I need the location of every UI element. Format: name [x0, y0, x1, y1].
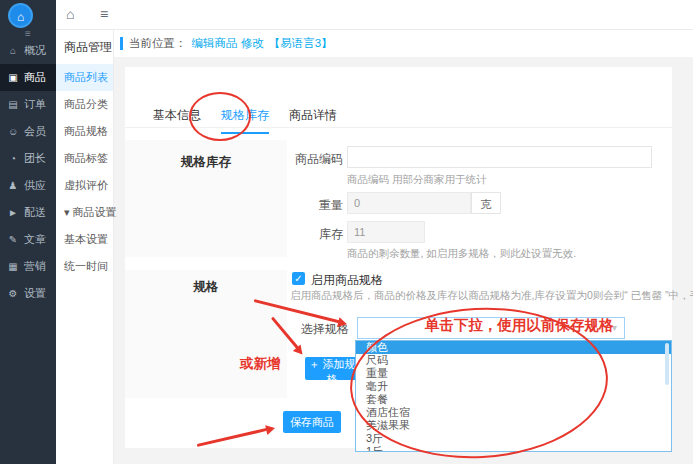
enable-spec-label: 启用商品规格	[311, 272, 383, 289]
section-label-spec-stock: 规格库存	[125, 140, 287, 257]
sidebar-item-label: 配送	[24, 205, 46, 220]
sidebar-item-label: 概况	[24, 43, 46, 58]
edit-product-card: 基本信息 规格库存 商品详情 规格库存 商品编码 商品编码 用部分商家用于统计 …	[125, 67, 672, 448]
weight-input[interactable]	[347, 192, 471, 214]
delivery-icon: ►	[7, 207, 19, 218]
product-code-label: 商品编码	[271, 151, 343, 168]
submenu-item-virtual-review[interactable]: 虚拟评价	[56, 172, 113, 199]
sidebar-item-label: 订单	[24, 97, 46, 112]
enable-spec-checkbox[interactable]: ✓	[292, 272, 305, 285]
add-spec-button[interactable]: ＋ 添加规格	[305, 357, 359, 380]
weight-label: 重量	[271, 197, 343, 214]
submenu-title: 商品管理 «	[56, 30, 113, 64]
sidebar-item-overview[interactable]: ⌂概况	[0, 37, 56, 64]
breadcrumb-link-edit-product[interactable]: 编辑商品 修改	[192, 36, 264, 51]
dropdown-option-combo[interactable]: 套餐	[356, 393, 671, 406]
save-product-button[interactable]: 保存商品	[283, 411, 341, 433]
sidebar-item-supply[interactable]: ♟供应	[0, 172, 56, 199]
sidebar-item-label: 设置	[24, 286, 46, 301]
dropdown-option-1jin[interactable]: 1斤	[356, 445, 671, 452]
breadcrumb-link-product-name[interactable]: 【易语言3】	[269, 36, 333, 51]
sidebar-item-members[interactable]: ☺会员	[0, 118, 56, 145]
admin-app: ⌂ ≡ ⌂概况 ▣商品 ▤订单 ☺会员 ◔团长 ♟供应 ►配送 ✎文章 ▦营销 …	[0, 0, 693, 464]
sidebar-item-marketing[interactable]: ▦营销	[0, 253, 56, 280]
dropdown-scrollbar[interactable]	[665, 343, 669, 385]
stock-input[interactable]	[347, 221, 425, 243]
dropdown-option-color[interactable]: 颜色	[356, 341, 671, 354]
submenu-item-goods-spec[interactable]: 商品规格	[56, 118, 113, 145]
weight-unit: 克	[471, 192, 501, 214]
sidebar-item-label: 会员	[24, 124, 46, 139]
home-icon[interactable]: ⌂	[66, 6, 74, 22]
supply-icon: ♟	[7, 180, 19, 191]
members-icon: ☺	[7, 126, 19, 137]
tab-bar: 基本信息 规格库存 商品详情	[153, 107, 337, 134]
group-leader-icon: ◔	[7, 153, 19, 164]
hamburger-icon[interactable]: ≡	[100, 6, 108, 22]
submenu-item-goods-category[interactable]: 商品分类	[56, 91, 113, 118]
app-logo[interactable]: ⌂	[8, 3, 33, 28]
product-code-input[interactable]	[347, 146, 652, 168]
sidebar-item-label: 商品	[24, 70, 46, 85]
enable-spec-help: 启用商品规格后，商品的价格及库存以商品规格为准,库存设置为0则会到“ 已售罄 ”…	[290, 289, 693, 303]
breadcrumb-prefix: 当前位置：	[129, 36, 187, 51]
section-label-spec: 规格	[125, 270, 287, 398]
submenu-item-goods-tags[interactable]: 商品标签	[56, 145, 113, 172]
submenu-item-unified-time[interactable]: 统一时间	[56, 253, 113, 280]
sidebar-item-goods[interactable]: ▣商品	[0, 64, 56, 91]
tab-basic-info[interactable]: 基本信息	[153, 107, 201, 134]
dropdown-option-weight[interactable]: 重量	[356, 367, 671, 380]
spec-select[interactable]: ▾	[357, 317, 625, 339]
primary-nav-list: ⌂概况 ▣商品 ▤订单 ☺会员 ◔团长 ♟供应 ►配送 ✎文章 ▦营销 ⚙设置	[0, 37, 56, 307]
sidebar-item-settings[interactable]: ⚙设置	[0, 280, 56, 307]
primary-sidebar: ⌂ ≡ ⌂概况 ▣商品 ▤订单 ☺会员 ◔团长 ♟供应 ►配送 ✎文章 ▦营销 …	[0, 0, 56, 464]
breadcrumb-accent-bar	[120, 37, 123, 50]
select-caret-icon: ▾	[612, 322, 617, 333]
logo-home-icon: ⌂	[17, 10, 24, 24]
stock-label: 库存	[271, 226, 343, 243]
overview-icon: ⌂	[7, 45, 19, 56]
sidebar-item-orders[interactable]: ▤订单	[0, 91, 56, 118]
top-header: ⌂ ≡	[56, 0, 693, 30]
dropdown-option-3jin[interactable]: 3斤	[356, 432, 671, 445]
sidebar-item-label: 供应	[24, 178, 46, 193]
articles-icon: ✎	[7, 234, 19, 245]
sidebar-item-articles[interactable]: ✎文章	[0, 226, 56, 253]
submenu-collapse-icon[interactable]: «	[104, 30, 110, 64]
submenu-item-basic-settings[interactable]: 基本设置	[56, 226, 113, 253]
submenu-item-goods-list[interactable]: 商品列表	[56, 64, 113, 91]
select-spec-label: 选择规格	[277, 321, 349, 338]
stock-help: 商品的剩余数量, 如启用多规格，则此处设置无效.	[347, 247, 576, 261]
sidebar-item-label: 团长	[24, 151, 46, 166]
product-code-help: 商品编码 用部分商家用于统计	[347, 173, 486, 187]
tab-spec-stock[interactable]: 规格库存	[221, 107, 269, 134]
spec-dropdown: 颜色 尺码 重量 毫升 套餐 酒店住宿 美滋果果 3斤 1斤	[355, 340, 672, 452]
tab-product-detail[interactable]: 商品详情	[289, 107, 337, 134]
dropdown-option-hotel[interactable]: 酒店住宿	[356, 406, 671, 419]
dropdown-option-fruit[interactable]: 美滋果果	[356, 419, 671, 432]
goods-submenu: 商品管理 « 商品列表 商品分类 商品规格 商品标签 虚拟评价 ▾ 商品设置 基…	[56, 30, 114, 464]
tab-divider	[125, 127, 672, 128]
orders-icon: ▤	[7, 99, 19, 110]
breadcrumb: 当前位置： 编辑商品 修改 【易语言3】	[114, 30, 693, 57]
goods-icon: ▣	[7, 72, 19, 83]
settings-icon: ⚙	[7, 288, 19, 299]
sidebar-item-label: 营销	[24, 259, 46, 274]
sidebar-item-label: 文章	[24, 232, 46, 247]
dropdown-option-ml[interactable]: 毫升	[356, 380, 671, 393]
submenu-item-goods-settings[interactable]: ▾ 商品设置	[56, 199, 113, 226]
marketing-icon: ▦	[7, 261, 19, 272]
sidebar-item-delivery[interactable]: ►配送	[0, 199, 56, 226]
dropdown-option-size[interactable]: 尺码	[356, 354, 671, 367]
sidebar-item-group-leader[interactable]: ◔团长	[0, 145, 56, 172]
